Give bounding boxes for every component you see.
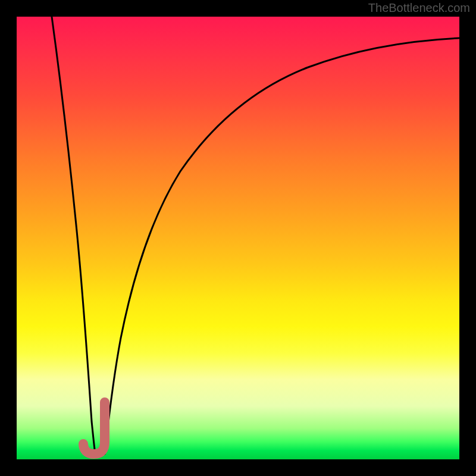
curve-overlay [17, 17, 459, 459]
left-curve [52, 17, 95, 454]
chart-container: TheBottleneck.com [0, 0, 476, 476]
watermark-text: TheBottleneck.com [368, 1, 470, 15]
plot-area [17, 17, 459, 459]
right-curve [105, 38, 459, 454]
